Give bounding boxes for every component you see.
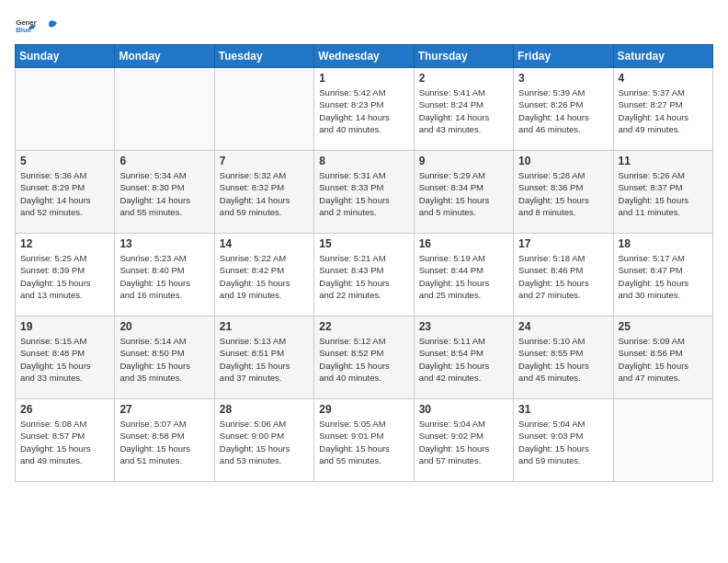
calendar-cell: 31Sunrise: 5:04 AM Sunset: 9:03 PM Dayli…: [514, 399, 613, 482]
calendar-cell: 19Sunrise: 5:15 AM Sunset: 8:48 PM Dayli…: [16, 316, 115, 399]
cell-info: Sunrise: 5:31 AM Sunset: 8:33 PM Dayligh…: [319, 169, 408, 218]
calendar-cell: 14Sunrise: 5:22 AM Sunset: 8:42 PM Dayli…: [214, 234, 313, 316]
calendar-cell: 26Sunrise: 5:08 AM Sunset: 8:57 PM Dayli…: [16, 399, 115, 482]
day-number: 1: [319, 72, 408, 85]
calendar-week-2: 5Sunrise: 5:36 AM Sunset: 8:29 PM Daylig…: [16, 151, 713, 234]
weekday-header-friday: Friday: [514, 45, 613, 68]
calendar-cell: 9Sunrise: 5:29 AM Sunset: 8:34 PM Daylig…: [414, 151, 513, 234]
day-number: 13: [119, 237, 209, 250]
cell-info: Sunrise: 5:36 AM Sunset: 8:29 PM Dayligh…: [20, 169, 109, 218]
day-number: 28: [220, 403, 309, 416]
cell-info: Sunrise: 5:17 AM Sunset: 8:47 PM Dayligh…: [619, 252, 708, 301]
calendar-cell: 10Sunrise: 5:28 AM Sunset: 8:36 PM Dayli…: [514, 151, 613, 234]
day-number: 26: [20, 403, 109, 416]
calendar-week-3: 12Sunrise: 5:25 AM Sunset: 8:39 PM Dayli…: [16, 234, 713, 316]
calendar-cell: 11Sunrise: 5:26 AM Sunset: 8:37 PM Dayli…: [613, 151, 712, 234]
day-number: 11: [619, 155, 708, 167]
calendar-cell: 24Sunrise: 5:10 AM Sunset: 8:55 PM Dayli…: [514, 316, 613, 399]
cell-info: Sunrise: 5:10 AM Sunset: 8:55 PM Dayligh…: [518, 335, 608, 384]
day-number: 3: [518, 72, 608, 85]
cell-info: Sunrise: 5:29 AM Sunset: 8:34 PM Dayligh…: [419, 169, 508, 218]
day-number: 10: [518, 155, 608, 167]
day-number: 25: [619, 320, 708, 333]
calendar-cell: 2Sunrise: 5:41 AM Sunset: 8:24 PM Daylig…: [414, 68, 513, 151]
cell-info: Sunrise: 5:34 AM Sunset: 8:30 PM Dayligh…: [119, 169, 209, 218]
calendar-cell: 27Sunrise: 5:07 AM Sunset: 8:58 PM Dayli…: [115, 399, 214, 482]
cell-info: Sunrise: 5:05 AM Sunset: 9:01 PM Dayligh…: [319, 418, 408, 466]
calendar-cell: 28Sunrise: 5:06 AM Sunset: 9:00 PM Dayli…: [214, 399, 313, 482]
day-number: 23: [419, 320, 508, 333]
cell-info: Sunrise: 5:15 AM Sunset: 8:48 PM Dayligh…: [20, 335, 109, 384]
cell-info: Sunrise: 5:26 AM Sunset: 8:37 PM Dayligh…: [619, 169, 708, 218]
day-number: 21: [220, 320, 309, 333]
day-number: 5: [20, 155, 109, 167]
day-number: 29: [319, 403, 408, 416]
day-number: 17: [518, 237, 608, 250]
cell-info: Sunrise: 5:19 AM Sunset: 8:44 PM Dayligh…: [419, 252, 508, 301]
cell-info: Sunrise: 5:09 AM Sunset: 8:56 PM Dayligh…: [619, 335, 708, 384]
calendar-cell: [214, 68, 313, 151]
calendar-cell: 6Sunrise: 5:34 AM Sunset: 8:30 PM Daylig…: [115, 151, 214, 234]
weekday-header-wednesday: Wednesday: [314, 45, 414, 68]
cell-info: Sunrise: 5:08 AM Sunset: 8:57 PM Dayligh…: [20, 418, 109, 466]
calendar-cell: 21Sunrise: 5:13 AM Sunset: 8:51 PM Dayli…: [214, 316, 313, 399]
page-header: General Blue: [15, 15, 713, 37]
cell-info: Sunrise: 5:28 AM Sunset: 8:36 PM Dayligh…: [518, 169, 608, 218]
cell-info: Sunrise: 5:37 AM Sunset: 8:27 PM Dayligh…: [619, 86, 708, 135]
cell-info: Sunrise: 5:22 AM Sunset: 8:42 PM Dayligh…: [220, 252, 309, 301]
cell-info: Sunrise: 5:12 AM Sunset: 8:52 PM Dayligh…: [319, 335, 408, 384]
calendar-week-5: 26Sunrise: 5:08 AM Sunset: 8:57 PM Dayli…: [16, 399, 713, 482]
calendar-body: 1Sunrise: 5:42 AM Sunset: 8:23 PM Daylig…: [16, 68, 713, 482]
weekday-header-saturday: Saturday: [613, 45, 712, 68]
calendar-cell: 20Sunrise: 5:14 AM Sunset: 8:50 PM Dayli…: [115, 316, 214, 399]
day-number: 20: [119, 320, 209, 333]
calendar-cell: 5Sunrise: 5:36 AM Sunset: 8:29 PM Daylig…: [16, 151, 115, 234]
calendar-cell: 3Sunrise: 5:39 AM Sunset: 8:26 PM Daylig…: [514, 68, 613, 151]
cell-info: Sunrise: 5:23 AM Sunset: 8:40 PM Dayligh…: [119, 252, 209, 301]
cell-info: Sunrise: 5:14 AM Sunset: 8:50 PM Dayligh…: [119, 335, 209, 384]
cell-info: Sunrise: 5:04 AM Sunset: 9:03 PM Dayligh…: [518, 418, 608, 466]
calendar-week-4: 19Sunrise: 5:15 AM Sunset: 8:48 PM Dayli…: [16, 316, 713, 399]
day-number: 31: [518, 403, 608, 416]
day-number: 6: [119, 155, 209, 167]
day-number: 19: [20, 320, 109, 333]
calendar-cell: 18Sunrise: 5:17 AM Sunset: 8:47 PM Dayli…: [613, 234, 712, 316]
calendar-cell: 1Sunrise: 5:42 AM Sunset: 8:23 PM Daylig…: [314, 68, 414, 151]
cell-info: Sunrise: 5:07 AM Sunset: 8:58 PM Dayligh…: [119, 418, 209, 466]
logo-bird-icon: [40, 19, 57, 32]
calendar-cell: [16, 68, 115, 151]
calendar-cell: 13Sunrise: 5:23 AM Sunset: 8:40 PM Dayli…: [115, 234, 214, 316]
day-number: 16: [419, 237, 508, 250]
weekday-header-monday: Monday: [115, 45, 214, 68]
calendar-table: SundayMondayTuesdayWednesdayThursdayFrid…: [15, 44, 713, 482]
calendar-cell: 22Sunrise: 5:12 AM Sunset: 8:52 PM Dayli…: [314, 316, 414, 399]
day-number: 27: [119, 403, 209, 416]
cell-info: Sunrise: 5:42 AM Sunset: 8:23 PM Dayligh…: [319, 86, 408, 135]
day-number: 2: [419, 72, 508, 85]
calendar-cell: 7Sunrise: 5:32 AM Sunset: 8:32 PM Daylig…: [214, 151, 313, 234]
cell-info: Sunrise: 5:11 AM Sunset: 8:54 PM Dayligh…: [419, 335, 508, 384]
calendar-cell: 16Sunrise: 5:19 AM Sunset: 8:44 PM Dayli…: [414, 234, 513, 316]
calendar-cell: 8Sunrise: 5:31 AM Sunset: 8:33 PM Daylig…: [314, 151, 414, 234]
calendar-cell: 15Sunrise: 5:21 AM Sunset: 8:43 PM Dayli…: [314, 234, 414, 316]
day-number: 30: [419, 403, 508, 416]
calendar-cell: 29Sunrise: 5:05 AM Sunset: 9:01 PM Dayli…: [314, 399, 414, 482]
weekday-header-tuesday: Tuesday: [214, 45, 313, 68]
weekday-header-thursday: Thursday: [414, 45, 513, 68]
cell-info: Sunrise: 5:21 AM Sunset: 8:43 PM Dayligh…: [319, 252, 408, 301]
day-number: 9: [419, 155, 508, 167]
calendar-cell: [115, 68, 214, 151]
svg-text:Blue: Blue: [16, 26, 32, 34]
day-number: 12: [20, 237, 109, 250]
cell-info: Sunrise: 5:32 AM Sunset: 8:32 PM Dayligh…: [220, 169, 309, 218]
cell-info: Sunrise: 5:13 AM Sunset: 8:51 PM Dayligh…: [220, 335, 309, 384]
logo-icon: General Blue: [15, 15, 37, 37]
calendar-cell: 23Sunrise: 5:11 AM Sunset: 8:54 PM Dayli…: [414, 316, 513, 399]
calendar-cell: 30Sunrise: 5:04 AM Sunset: 9:02 PM Dayli…: [414, 399, 513, 482]
day-number: 8: [319, 155, 408, 167]
day-number: 18: [619, 237, 708, 250]
calendar-cell: 4Sunrise: 5:37 AM Sunset: 8:27 PM Daylig…: [613, 68, 712, 151]
day-number: 15: [319, 237, 408, 250]
cell-info: Sunrise: 5:25 AM Sunset: 8:39 PM Dayligh…: [20, 252, 109, 301]
calendar-header: SundayMondayTuesdayWednesdayThursdayFrid…: [16, 45, 713, 68]
